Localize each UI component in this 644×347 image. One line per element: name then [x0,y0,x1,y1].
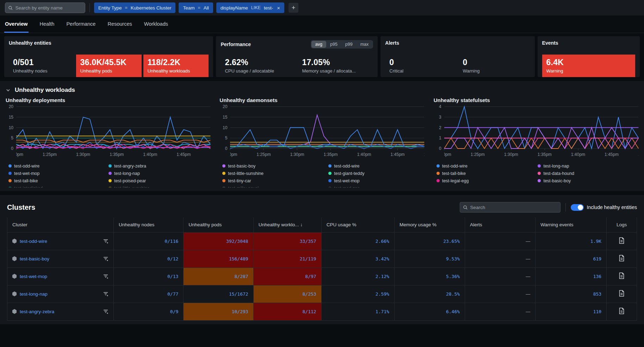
memory-usage-cell[interactable]: 9.53% [394,250,465,267]
add-to-filter-icon[interactable] [103,256,109,261]
column-header-cluster[interactable]: Cluster [7,217,114,232]
column-header-alerts[interactable]: Alerts [465,217,535,232]
tab-health[interactable]: Health [39,18,55,33]
entity-search-input[interactable] [16,5,82,11]
legend-item[interactable]: test-tall-bike [8,177,104,184]
unhealthy-workloads-cell[interactable]: 8/112 [253,303,321,320]
clusters-search-input[interactable] [470,205,557,210]
column-header-logs[interactable]: Logs [607,217,637,232]
legend-item[interactable]: test-data-hound [538,170,638,177]
cpu-usage-cell[interactable]: 2.66% [321,232,394,250]
legend-item[interactable]: test-little-sunshine [109,184,210,188]
logs-document-icon[interactable] [619,272,625,279]
memory-usage-cell[interactable]: 23.65% [394,232,465,250]
agg-option-avg[interactable]: avg [311,41,326,48]
chart-canvas[interactable] [444,105,638,150]
chart-plot-area[interactable]: 20151050 [6,105,210,150]
tab-overview[interactable]: Overview [4,18,29,33]
unhealthy-workloads-cell[interactable]: 33/357 [253,232,321,250]
warning-events-cell[interactable]: 136 [535,267,607,285]
unhealthy-workloads-cell[interactable]: 21/119 [253,250,321,267]
legend-item[interactable]: test-interlinked [8,184,104,188]
unhealthy-pods-cell[interactable]: 15/1672 [184,285,253,303]
unhealthy-pods-cell[interactable]: 10/293 [184,303,253,320]
entity-search-box[interactable] [5,2,85,13]
tab-workloads[interactable]: Workloads [143,18,169,33]
unhealthy-nodes-cell[interactable]: 0/9 [114,303,184,320]
legend-item[interactable]: test-basic-boy [538,177,638,184]
column-header-unhealthy-pods[interactable]: Unhealthy pods [184,217,253,232]
legend-item[interactable]: test-legal-egg [436,177,533,184]
filter-pill[interactable]: displayNameLIKEtest-× [216,2,284,13]
unhealthy-nodes-cell[interactable]: 0/116 [114,232,184,250]
logs-document-icon[interactable] [619,255,625,261]
legend-item[interactable]: test-odd-wire [8,162,104,170]
legend-item[interactable]: test-mad-zoo [328,184,424,188]
legend-item[interactable]: test-wet-mop [328,177,424,184]
clusters-search-box[interactable] [460,202,561,213]
add-filter-button[interactable]: + [289,3,298,13]
column-header-cpu-usage-[interactable]: CPU usage % [321,217,394,232]
chevron-down-icon[interactable] [6,88,11,93]
memory-usage-cell[interactable]: 28.5% [394,285,465,303]
unhealthy-pods-cell[interactable]: 8/287 [184,267,253,285]
legend-item[interactable]: test-long-nap [538,162,638,170]
cluster-link[interactable]: test-angry-zebra [20,309,54,314]
cluster-link[interactable]: test-long-nap [20,291,48,297]
unhealthy-workloads-cell[interactable]: 8/253 [253,285,321,303]
include-healthy-toggle[interactable]: Include healthy entities [571,204,637,211]
legend-item[interactable]: test-little-sunshine [222,170,323,177]
memory-usage-cell[interactable]: 6.46% [394,303,465,320]
warning-events-cell[interactable]: 853 [535,285,607,303]
logs-document-icon[interactable] [619,290,625,297]
unhealthy-workloads-cell[interactable]: 8/97 [253,267,321,285]
column-header-unhealthy-worklo-[interactable]: Unhealthy worklo... ↓ [253,217,321,232]
agg-option-p99[interactable]: p99 [341,41,357,48]
cluster-link[interactable]: test-wet-mop [20,274,47,279]
legend-item[interactable]: test-tiny-car [222,177,323,184]
legend-item[interactable]: test-odd-wire [436,162,533,170]
warning-events-cell[interactable]: 619 [535,250,607,267]
chart-canvas[interactable] [16,105,210,150]
legend-item[interactable]: test-basic-boy [222,162,323,170]
unhealthy-pods-cell[interactable]: 156/489 [184,250,253,267]
legend-item[interactable]: test-tall-bike [436,170,533,177]
unhealthy-nodes-cell[interactable]: 0/13 [114,267,184,285]
legend-item[interactable]: test-odd-wire [328,162,424,170]
chart-plot-area[interactable]: 43210 [434,105,638,150]
filter-pill[interactable]: Entity Type=Kubernetes Cluster [94,2,175,13]
legend-item[interactable]: test-angry-zebra [109,162,210,170]
close-icon[interactable]: × [276,5,280,11]
filter-pill[interactable]: Team=All [179,2,213,13]
cpu-usage-cell[interactable]: 2.12% [321,267,394,285]
toggle-switch[interactable] [571,204,584,211]
chart-canvas[interactable] [230,105,424,150]
add-to-filter-icon[interactable] [103,273,109,279]
column-header-memory-usage-[interactable]: Memory usage % [394,217,465,232]
logs-document-icon[interactable] [619,237,625,244]
add-to-filter-icon[interactable] [103,309,109,314]
logs-document-icon[interactable] [619,308,625,314]
memory-usage-cell[interactable]: 5.36% [394,267,465,285]
agg-option-max[interactable]: max [357,41,373,48]
agg-option-p95[interactable]: p95 [326,41,341,48]
warning-events-cell[interactable]: 1.9K [535,232,607,250]
legend-item[interactable]: test-giant-teddy [328,170,424,177]
unhealthy-nodes-cell[interactable]: 0/77 [114,285,184,303]
chart-plot-area[interactable]: 20151050 [219,105,424,150]
add-to-filter-icon[interactable] [103,291,109,297]
column-header-warning-events[interactable]: Warning events [535,217,607,232]
unhealthy-nodes-cell[interactable]: 0/12 [114,250,184,267]
tab-performance[interactable]: Performance [66,18,96,33]
cluster-link[interactable]: test-odd-wire [20,239,47,244]
tab-resources[interactable]: Resources [107,18,132,33]
column-header-unhealthy-nodes[interactable]: Unhealthy nodes [114,217,184,232]
cpu-usage-cell[interactable]: 3.42% [321,250,394,267]
unhealthy-pods-cell[interactable]: 392/3048 [184,232,253,250]
add-to-filter-icon[interactable] [103,238,109,244]
cpu-usage-cell[interactable]: 2.59% [321,285,394,303]
cluster-link[interactable]: test-basic-boy [20,256,49,261]
cpu-usage-cell[interactable]: 1.71% [321,303,394,320]
legend-item[interactable]: test-milky-novel [222,184,323,188]
warning-events-cell[interactable]: 110 [535,303,607,320]
